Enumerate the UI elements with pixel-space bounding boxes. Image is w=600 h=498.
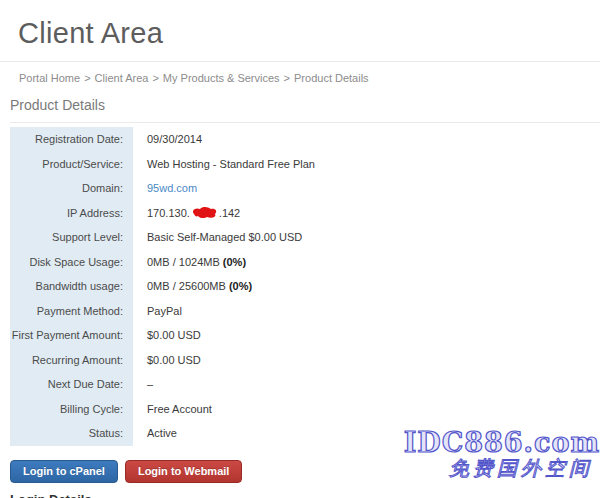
action-buttons: Login to cPanel Login to Webmail: [10, 460, 600, 483]
row-value: Active: [133, 421, 177, 446]
table-row: Domain:95wd.com: [10, 176, 600, 201]
table-row: Next Due Date:–: [10, 372, 600, 397]
table-row: Product/Service:Web Hosting - Standard F…: [10, 152, 600, 177]
row-label: IP Address:: [10, 201, 133, 226]
table-row: IP Address:170.130..142: [10, 201, 600, 226]
row-label: Domain:: [10, 176, 133, 201]
row-label: Product/Service:: [10, 152, 133, 177]
ip-suffix: .142: [219, 207, 240, 219]
table-row: Disk Space Usage:0MB / 1024MB (0%): [10, 250, 600, 275]
domain-link[interactable]: 95wd.com: [147, 182, 197, 194]
row-label: Support Level:: [10, 225, 133, 250]
breadcrumb-link-product-details[interactable]: Product Details: [294, 72, 369, 84]
table-row: Bandwidth usage:0MB / 25600MB (0%): [10, 274, 600, 299]
login-to-webmail-button[interactable]: Login to Webmail: [125, 460, 242, 483]
row-value: 95wd.com: [133, 176, 197, 201]
product-details-table: Registration Date:09/30/2014Product/Serv…: [10, 127, 600, 446]
row-value: Free Account: [133, 397, 212, 422]
row-label: Payment Method:: [10, 299, 133, 324]
breadcrumb-link-client-area[interactable]: Client Area: [95, 72, 149, 84]
table-row: First Payment Amount:$0.00 USD: [10, 323, 600, 348]
login-details-heading: Login Details: [10, 492, 600, 498]
row-label: Status:: [10, 421, 133, 446]
row-value: 0MB / 25600MB (0%): [133, 274, 252, 299]
row-label: Disk Space Usage:: [10, 250, 133, 275]
row-label: Next Due Date:: [10, 372, 133, 397]
breadcrumb-separator: >: [284, 72, 290, 84]
row-value: Basic Self-Managed $0.00 USD: [133, 225, 302, 250]
table-row: Billing Cycle:Free Account: [10, 397, 600, 422]
table-row: Support Level:Basic Self-Managed $0.00 U…: [10, 225, 600, 250]
row-label: Billing Cycle:: [10, 397, 133, 422]
row-label: Registration Date:: [10, 127, 133, 152]
row-value: $0.00 USD: [133, 348, 201, 373]
breadcrumb-link-my-products-services[interactable]: My Products & Services: [163, 72, 280, 84]
table-row: Recurring Amount:$0.00 USD: [10, 348, 600, 373]
row-value: $0.00 USD: [133, 323, 201, 348]
table-row: Payment Method:PayPal: [10, 299, 600, 324]
header-divider: [0, 61, 600, 62]
row-value: 170.130..142: [133, 201, 240, 226]
row-value: 0MB / 1024MB (0%): [133, 250, 246, 275]
ip-prefix: 170.130.: [147, 207, 190, 219]
row-label: Bandwidth usage:: [10, 274, 133, 299]
login-to-cpanel-button[interactable]: Login to cPanel: [10, 460, 118, 483]
usage-percent: (0%): [229, 280, 252, 292]
section-title-wrap: Product Details: [10, 96, 600, 123]
usage-value: 0MB / 25600MB: [147, 280, 229, 292]
ip-redaction-scribble: [191, 206, 218, 219]
row-value: –: [133, 372, 153, 397]
table-row: Registration Date:09/30/2014: [10, 127, 600, 152]
page-header: Client Area: [0, 0, 600, 50]
table-row: Status:Active: [10, 421, 600, 446]
section-title: Product Details: [10, 97, 105, 113]
row-label: First Payment Amount:: [10, 323, 133, 348]
usage-percent: (0%): [223, 256, 246, 268]
row-label: Recurring Amount:: [10, 348, 133, 373]
row-value: PayPal: [133, 299, 182, 324]
breadcrumb-link-portal-home[interactable]: Portal Home: [19, 72, 80, 84]
row-value: Web Hosting - Standard Free Plan: [133, 152, 315, 177]
breadcrumb: Portal Home>Client Area>My Products & Se…: [19, 72, 600, 85]
breadcrumb-separator: >: [84, 72, 90, 84]
usage-value: 0MB / 1024MB: [147, 256, 223, 268]
row-value: 09/30/2014: [133, 127, 202, 152]
page-title: Client Area: [18, 16, 600, 50]
breadcrumb-separator: >: [152, 72, 158, 84]
